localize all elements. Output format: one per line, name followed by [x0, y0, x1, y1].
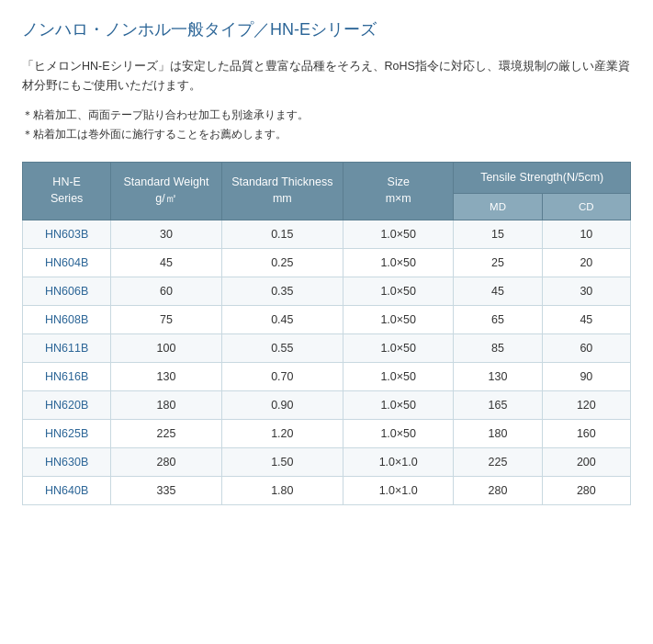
cell-md: 15: [454, 220, 542, 249]
cell-weight: 335: [111, 477, 221, 505]
cell-md: 165: [454, 391, 542, 420]
header-row-main: HN-E Series Standard Weight g/㎡ Standard…: [23, 162, 631, 194]
cell-cd: 200: [542, 448, 630, 477]
cell-series: HN620B: [23, 391, 111, 420]
cell-size: 1.0×50: [343, 249, 454, 277]
cell-md: 65: [454, 306, 542, 334]
cell-series: HN606B: [23, 277, 111, 306]
cell-weight: 280: [111, 448, 221, 477]
cell-thickness: 0.70: [221, 363, 343, 391]
cell-cd: 120: [542, 391, 630, 420]
cell-thickness: 1.80: [221, 477, 343, 505]
header-md: MD: [454, 194, 542, 220]
header-series: HN-E Series: [23, 162, 111, 220]
table-row: HN640B3351.801.0×1.0280280: [23, 477, 631, 505]
table-row: HN625B2251.201.0×50180160: [23, 420, 631, 448]
note-2: 粘着加工は巻外面に施行することをお薦めします。: [22, 125, 631, 145]
cell-size: 1.0×1.0: [343, 448, 454, 477]
table-row: HN608B750.451.0×506545: [23, 306, 631, 334]
cell-series: HN616B: [23, 363, 111, 391]
cell-thickness: 0.35: [221, 277, 343, 306]
cell-size: 1.0×50: [343, 220, 454, 249]
cell-weight: 130: [111, 363, 221, 391]
table-row: HN616B1300.701.0×5013090: [23, 363, 631, 391]
cell-thickness: 0.55: [221, 334, 343, 363]
cell-thickness: 0.25: [221, 249, 343, 277]
notes-section: 粘着加工、両面テープ貼り合わせ加工も別途承ります。 粘着加工は巻外面に施行するこ…: [22, 106, 631, 145]
cell-series: HN630B: [23, 448, 111, 477]
cell-cd: 10: [542, 220, 630, 249]
table-row: HN630B2801.501.0×1.0225200: [23, 448, 631, 477]
description: 「ヒメロンHN-Eシリーズ」は安定した品質と豊富な品種をそろえ、RoHS指令に対…: [22, 57, 631, 96]
cell-cd: 160: [542, 420, 630, 448]
cell-thickness: 1.20: [221, 420, 343, 448]
cell-series: HN604B: [23, 249, 111, 277]
cell-cd: 30: [542, 277, 630, 306]
cell-weight: 225: [111, 420, 221, 448]
cell-size: 1.0×50: [343, 277, 454, 306]
cell-size: 1.0×1.0: [343, 477, 454, 505]
cell-series: HN640B: [23, 477, 111, 505]
header-size: Size m×m: [343, 162, 454, 220]
cell-thickness: 0.15: [221, 220, 343, 249]
table-row: HN606B600.351.0×504530: [23, 277, 631, 306]
cell-size: 1.0×50: [343, 391, 454, 420]
header-cd: CD: [542, 194, 630, 220]
page-title: ノンハロ・ノンホル一般タイプ／HN-Eシリーズ: [22, 18, 631, 40]
cell-weight: 60: [111, 277, 221, 306]
product-table: HN-E Series Standard Weight g/㎡ Standard…: [22, 162, 631, 506]
cell-weight: 180: [111, 391, 221, 420]
cell-weight: 45: [111, 249, 221, 277]
cell-size: 1.0×50: [343, 306, 454, 334]
table-body: HN603B300.151.0×501510HN604B450.251.0×50…: [23, 220, 631, 505]
cell-weight: 75: [111, 306, 221, 334]
cell-series: HN608B: [23, 306, 111, 334]
cell-md: 45: [454, 277, 542, 306]
cell-cd: 60: [542, 334, 630, 363]
header-thickness: Standard Thickness mm: [221, 162, 343, 220]
cell-cd: 90: [542, 363, 630, 391]
header-tensile: Tensile Strength(N/5cm): [454, 162, 631, 194]
table-row: HN611B1000.551.0×508560: [23, 334, 631, 363]
cell-thickness: 0.45: [221, 306, 343, 334]
cell-cd: 280: [542, 477, 630, 505]
cell-series: HN603B: [23, 220, 111, 249]
cell-size: 1.0×50: [343, 334, 454, 363]
cell-md: 85: [454, 334, 542, 363]
cell-series: HN625B: [23, 420, 111, 448]
cell-size: 1.0×50: [343, 363, 454, 391]
cell-size: 1.0×50: [343, 420, 454, 448]
note-1: 粘着加工、両面テープ貼り合わせ加工も別途承ります。: [22, 106, 631, 126]
cell-cd: 20: [542, 249, 630, 277]
cell-weight: 100: [111, 334, 221, 363]
header-weight: Standard Weight g/㎡: [111, 162, 221, 220]
cell-md: 225: [454, 448, 542, 477]
table-row: HN604B450.251.0×502520: [23, 249, 631, 277]
cell-cd: 45: [542, 306, 630, 334]
cell-thickness: 0.90: [221, 391, 343, 420]
cell-series: HN611B: [23, 334, 111, 363]
cell-thickness: 1.50: [221, 448, 343, 477]
cell-md: 180: [454, 420, 542, 448]
table-row: HN620B1800.901.0×50165120: [23, 391, 631, 420]
cell-weight: 30: [111, 220, 221, 249]
cell-md: 280: [454, 477, 542, 505]
table-row: HN603B300.151.0×501510: [23, 220, 631, 249]
cell-md: 130: [454, 363, 542, 391]
cell-md: 25: [454, 249, 542, 277]
